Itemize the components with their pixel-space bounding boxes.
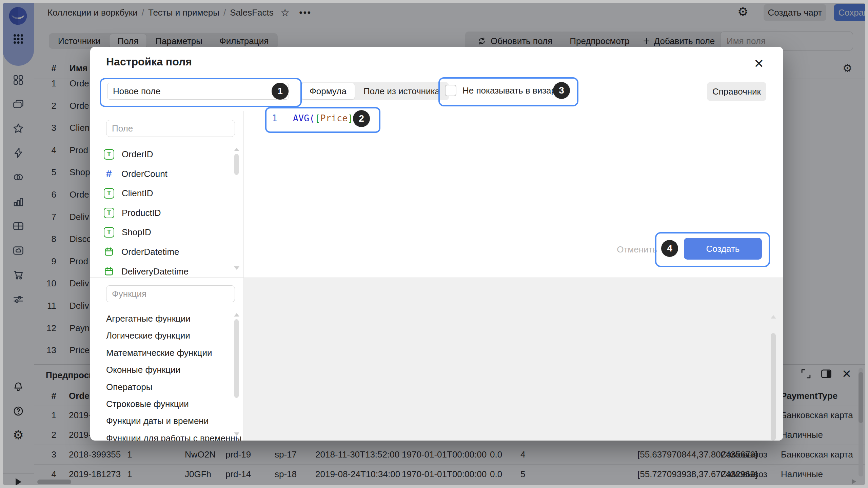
annotation-badge-2: 2 [353,110,370,127]
tab-formula[interactable]: Формула [301,83,355,99]
field-list-scroll-down-icon[interactable] [234,266,239,270]
field-list-item[interactable]: TProductID [104,203,237,223]
field-list-item[interactable]: OrderDatetime [104,242,237,262]
function-list-scrollbar-thumb[interactable] [234,319,239,398]
function-group-item[interactable]: Агрегатные функции [106,310,241,327]
field-name: ProductID [122,208,161,218]
field-mode-tabs: Формула Поле из источника [300,82,449,100]
reference-button[interactable]: Справочник [707,82,766,101]
function-group-item[interactable]: Функции для работы с временным [106,430,241,441]
formula-token: ] [348,113,353,123]
field-name-input[interactable] [107,83,289,100]
field-list-scrollbar-thumb[interactable] [234,154,239,175]
string-type-icon: T [104,188,114,199]
formula-line-number: 1 [272,113,277,123]
string-type-icon: T [104,227,114,238]
field-list-item[interactable]: TClientID [104,183,237,203]
function-group-item[interactable]: Логические функции [106,327,241,344]
field-list-item[interactable]: #OrderCount [104,164,237,184]
field-settings-dialog: Настройка поля ✕ 1 Формула Поле из источ… [90,47,783,441]
function-group-item[interactable]: Функции даты и времени [106,412,241,429]
date-type-icon [104,247,114,257]
function-group-item[interactable]: Операторы [106,379,241,395]
function-docs-panel [244,278,783,441]
close-icon: ✕ [754,57,764,71]
field-name: OrderCount [121,169,167,179]
hide-in-wizard-label: Не показывать в визарде [462,85,566,96]
hide-in-wizard-checkbox[interactable] [445,85,456,96]
number-type-icon: # [104,169,114,179]
hide-in-wizard-control: Не показывать в визарде [445,79,566,102]
function-group-item[interactable]: Оконные функции [106,361,241,378]
field-name: OrderID [122,149,153,160]
annotation-badge-1: 1 [272,83,289,100]
formula-token: [ [315,113,320,123]
formula-token: Price [320,113,348,123]
formula-token: AVG( [293,113,315,123]
create-button[interactable]: Создать [684,238,762,260]
field-search-input[interactable] [106,120,235,137]
docs-scroll-up-icon[interactable] [771,315,776,319]
function-search-input[interactable] [106,285,235,302]
field-list-item[interactable]: TShopID [104,222,237,242]
field-name: ClientID [122,188,153,199]
string-type-icon: T [104,149,114,160]
annotation-badge-3: 3 [553,82,570,99]
dialog-close-button[interactable]: ✕ [751,56,767,72]
app-window: ⚙ Коллекции и воркбуки / Тесты и примеры… [3,3,865,485]
string-type-icon: T [104,208,114,218]
formula-code[interactable]: AVG([Price]) [293,113,359,123]
function-list-scroll-down-icon[interactable] [234,432,239,436]
function-group-item[interactable]: Строковые функции [106,395,241,412]
field-list-item[interactable]: TOrderID [104,144,237,164]
field-name: OrderDatetime [121,247,179,257]
field-list-item[interactable]: DeliveryDatetime [104,262,237,281]
cancel-button[interactable]: Отменить [603,244,657,255]
annotation-badge-4: 4 [661,240,678,257]
function-list-scroll-up-icon[interactable] [234,313,239,317]
date-type-icon [104,266,114,277]
screenshot-root: ⚙ Коллекции и воркбуки / Тесты и примеры… [0,0,868,488]
dialog-title: Настройка поля [106,56,192,68]
tab-source-field[interactable]: Поле из источника [355,83,448,99]
field-name: DeliveryDatetime [121,266,189,277]
field-list-scroll-up-icon[interactable] [234,148,239,151]
field-name: ShopID [122,227,151,238]
docs-scrollbar-thumb[interactable] [771,333,776,441]
function-group-item[interactable]: Математические функции [106,344,241,361]
